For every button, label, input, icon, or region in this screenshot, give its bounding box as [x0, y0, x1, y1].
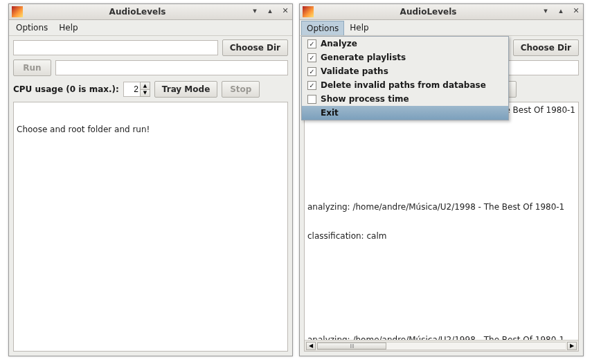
close-icon[interactable]: ✕	[281, 6, 289, 15]
cpu-spinner[interactable]: ▲ ▼	[123, 82, 150, 97]
choose-dir-button[interactable]: Choose Dir	[222, 39, 288, 56]
dd-generate-playlists[interactable]: ✓ Generate playlists	[302, 51, 508, 64]
run-button[interactable]: Run	[13, 60, 51, 76]
log-line: classification: calm	[307, 231, 575, 241]
window-title: AudioLevels	[27, 7, 248, 17]
dd-label: Delete invalid paths from database	[321, 80, 486, 90]
dd-analyze[interactable]: ✓ Analyze	[302, 37, 508, 51]
dd-exit[interactable]: Exit	[302, 106, 508, 120]
scroll-right-icon[interactable]: ▶	[567, 342, 577, 350]
dd-validate-paths[interactable]: ✓ Validate paths	[302, 64, 508, 78]
app-icon	[303, 6, 314, 17]
titlebar[interactable]: AudioLevels ▾ ▴ ✕	[300, 4, 583, 20]
dd-label: Analyze	[321, 39, 357, 48]
dd-show-process-time[interactable]: Show process time	[302, 92, 508, 106]
minimize-icon[interactable]: ▾	[251, 6, 259, 15]
titlebar[interactable]: AudioLevels ▾ ▴ ✕	[9, 4, 292, 20]
cpu-row: CPU usage (0 is max.): ▲ ▼ Tray Mode Sto…	[9, 80, 292, 102]
menu-options-active[interactable]: Options	[301, 21, 344, 35]
checkbox-checked-icon[interactable]: ✓	[307, 39, 316, 48]
app-icon	[12, 6, 23, 17]
run-row: Run	[9, 60, 292, 80]
scroll-left-icon[interactable]: ◀	[306, 342, 316, 350]
menu-options[interactable]: Options	[10, 20, 53, 35]
log-panel: e Best Of 1980-1 analyzing: /home/andre/…	[304, 102, 579, 352]
window-right: AudioLevels ▾ ▴ ✕ Options Help ✓ Analyze…	[299, 3, 584, 356]
dd-label: Show process time	[321, 94, 409, 104]
log-line: e Best Of 1980-1	[505, 105, 575, 115]
log-output: Choose and root folder and run!	[14, 102, 287, 351]
maximize-icon[interactable]: ▴	[557, 6, 565, 15]
dd-label: Validate paths	[321, 66, 388, 76]
horizontal-scrollbar[interactable]: ◀ ▶	[305, 340, 578, 351]
cpu-value[interactable]	[123, 82, 140, 97]
maximize-icon[interactable]: ▴	[266, 6, 274, 15]
minimize-icon[interactable]: ▾	[541, 6, 550, 15]
dir-row: Choose Dir	[9, 36, 292, 60]
dir-input[interactable]	[13, 40, 218, 55]
log-line: analyzing: /home/andre/Música/U2/1998 - …	[307, 202, 575, 212]
menu-help[interactable]: Help	[344, 20, 374, 35]
log-line: analyzing: /home/andre/Música/U2/1998 - …	[307, 335, 575, 340]
log-panel: Choose and root folder and run!	[13, 102, 288, 352]
tray-mode-button[interactable]: Tray Mode	[154, 81, 217, 98]
spin-up-icon[interactable]: ▲	[140, 82, 150, 89]
menubar: Options Help	[300, 20, 583, 36]
checkbox-checked-icon[interactable]: ✓	[307, 53, 316, 62]
choose-dir-button[interactable]: Choose Dir	[513, 39, 579, 56]
dd-label: Exit	[321, 108, 339, 118]
dd-delete-invalid-paths[interactable]: ✓ Delete invalid paths from database	[302, 78, 508, 92]
menubar: Options Help	[9, 20, 292, 36]
menu-help[interactable]: Help	[53, 20, 83, 35]
cpu-label: CPU usage (0 is max.):	[13, 84, 119, 94]
scroll-track[interactable]	[317, 342, 566, 350]
menu-spacer	[307, 109, 316, 118]
checkbox-unchecked-icon[interactable]	[307, 95, 316, 104]
run-status-field	[55, 60, 288, 75]
window-left: AudioLevels ▾ ▴ ✕ Options Help Choose Di…	[8, 3, 293, 356]
log-line: Choose and root folder and run!	[17, 125, 285, 134]
spin-down-icon[interactable]: ▼	[140, 89, 150, 98]
close-icon[interactable]: ✕	[572, 6, 580, 15]
checkbox-checked-icon[interactable]: ✓	[307, 81, 316, 90]
window-title: AudioLevels	[318, 7, 539, 17]
stop-button[interactable]: Stop	[222, 81, 260, 98]
scroll-thumb[interactable]	[317, 343, 386, 349]
options-dropdown: ✓ Analyze ✓ Generate playlists ✓ Validat…	[301, 36, 509, 120]
log-output: e Best Of 1980-1 analyzing: /home/andre/…	[305, 102, 578, 340]
checkbox-checked-icon[interactable]: ✓	[307, 67, 316, 76]
dd-label: Generate playlists	[321, 53, 406, 62]
